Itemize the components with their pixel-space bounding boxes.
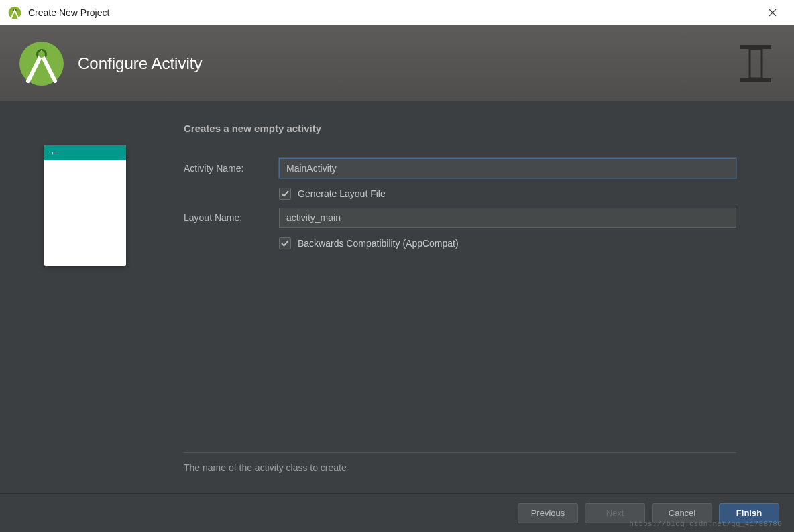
dialog-header: Configure Activity — [0, 25, 794, 101]
help-divider — [184, 452, 736, 453]
svg-point-4 — [38, 51, 45, 58]
form-pane: Creates a new empty activity Activity Na… — [170, 123, 794, 493]
layout-name-input[interactable] — [279, 208, 736, 228]
form-heading: Creates a new empty activity — [184, 123, 736, 134]
dialog-title: Configure Activity — [78, 54, 739, 73]
window-title: Create New Project — [28, 7, 759, 18]
title-bar: Create New Project — [0, 0, 794, 25]
preview-pane: ← — [0, 123, 170, 493]
backwards-compat-label: Backwards Compatibility (AppCompat) — [298, 238, 459, 249]
layout-name-label: Layout Name: — [184, 212, 279, 223]
help-text: The name of the activity class to create — [184, 462, 736, 473]
activity-name-label: Activity Name: — [184, 163, 279, 174]
back-arrow-icon: ← — [50, 147, 59, 158]
phone-frame-icon — [739, 44, 773, 84]
generate-layout-label: Generate Layout File — [298, 188, 386, 199]
svg-rect-7 — [750, 49, 762, 78]
close-button[interactable] — [759, 3, 786, 23]
generate-layout-checkbox[interactable] — [279, 188, 291, 200]
android-studio-icon — [8, 6, 21, 19]
layout-name-row: Layout Name: — [184, 208, 736, 228]
backwards-compat-row: Backwards Compatibility (AppCompat) — [279, 237, 736, 249]
activity-preview: ← — [44, 145, 126, 266]
backwards-compat-checkbox[interactable] — [279, 237, 291, 249]
preview-appbar: ← — [44, 145, 126, 160]
previous-button[interactable]: Previous — [518, 503, 578, 523]
android-studio-logo — [19, 41, 64, 86]
svg-point-0 — [9, 6, 21, 19]
dialog-body: ← Creates a new empty activity Activity … — [0, 101, 794, 532]
watermark: https://blog.csdn.net/qq_41788786 — [629, 520, 782, 528]
activity-name-row: Activity Name: — [184, 158, 736, 178]
svg-point-2 — [19, 42, 64, 86]
form-spacer — [184, 257, 736, 452]
activity-name-input[interactable] — [279, 158, 736, 178]
content-row: ← Creates a new empty activity Activity … — [0, 101, 794, 493]
generate-layout-row: Generate Layout File — [279, 188, 736, 200]
